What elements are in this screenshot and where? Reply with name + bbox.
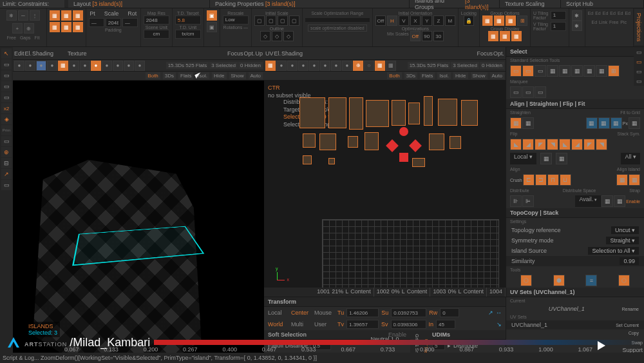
tool-4[interactable]: ▭ (1, 81, 12, 92)
uvs-1[interactable]: ▦ (265, 61, 276, 71)
shade-3[interactable]: ● (36, 61, 46, 71)
sk-2[interactable]: ▭ (634, 57, 644, 66)
tr-multi[interactable]: Multi (291, 321, 312, 328)
mix-90[interactable]: 90 (422, 31, 432, 41)
tr-user[interactable]: User (314, 321, 335, 328)
pack-icon-2[interactable]: ▦ (61, 10, 71, 21)
tab-islands-groups[interactable]: Islands and Groups [3 island(s)] (410, 0, 500, 8)
tool-b[interactable]: ⬢ (553, 275, 565, 286)
loc-1[interactable]: ▦ (540, 153, 552, 164)
plus-icon[interactable]: + (12, 23, 23, 34)
fg-3[interactable]: ▦ (611, 117, 622, 129)
td-scale-icon[interactable]: ▣ (207, 10, 217, 21)
link-btn[interactable]: Link (599, 20, 607, 25)
ts-icon2[interactable]: ✱ (572, 21, 582, 31)
db-2[interactable]: ⊫ (522, 195, 534, 207)
io-y[interactable]: Y (422, 15, 432, 26)
tr-arrow3[interactable]: ↘ (497, 321, 502, 328)
cr-1[interactable]: ⊏ (523, 174, 535, 186)
tr-mouse[interactable]: Mouse (314, 309, 335, 316)
is-icon4[interactable]: ▢ (289, 15, 299, 26)
tool-c[interactable]: ≡ (585, 275, 597, 286)
vt-3ds[interactable]: 3Ds (163, 72, 176, 79)
scale-input[interactable] (106, 18, 121, 27)
tr-center[interactable]: Center (291, 309, 312, 316)
fg-4[interactable]: ▦ (629, 117, 640, 129)
cr-3[interactable]: ⊓ (547, 174, 559, 186)
shade-2[interactable]: ● (25, 61, 35, 71)
viewport-3d[interactable]: ISLANDS Selected: 3 (13, 81, 264, 363)
uv-3ds[interactable]: 3Ds (404, 72, 417, 79)
db-1[interactable]: ⊪ (510, 195, 522, 207)
pluscircle-icon[interactable]: ⊕ (24, 23, 34, 34)
ol-icon2[interactable]: ◇ (272, 31, 282, 41)
pic-btn[interactable]: Pic (620, 20, 627, 25)
sel-2[interactable]: ▭ (522, 65, 534, 77)
gd1[interactable]: ▦ (488, 31, 498, 41)
st-2[interactable]: ▦ (522, 117, 534, 129)
uv-isol[interactable]: Isol. (437, 72, 451, 79)
tool-5[interactable]: ▭ (1, 92, 12, 103)
mq-3[interactable]: ▭ (535, 86, 546, 98)
cm-dropdown[interactable]: cm (144, 30, 169, 39)
ed7[interactable]: Ed (592, 20, 598, 25)
avail-dd[interactable]: Avail. ▾ (575, 195, 601, 207)
ol-icon1[interactable]: ◇ (260, 31, 270, 41)
loc-2[interactable]: ▦ (556, 153, 567, 164)
shade-1[interactable]: ● (14, 61, 24, 71)
shade-4[interactable]: ● (47, 61, 57, 71)
uvs-9[interactable]: ⊕ (353, 61, 363, 71)
pack-icon-1[interactable]: ▦ (50, 10, 60, 21)
tab-script-hub[interactable]: Script Hub (561, 0, 644, 8)
pt-input[interactable] (89, 18, 104, 27)
local-dd[interactable]: Local ▾ (510, 153, 536, 164)
tool-2[interactable]: ▭ (1, 59, 12, 70)
tool-10[interactable]: ▭ (1, 180, 12, 190)
fl-1[interactable]: ◣ (510, 139, 522, 150)
fl-4[interactable]: ◥ (547, 139, 558, 150)
vt-auto[interactable]: Auto (249, 72, 263, 79)
gizmo-scale-r[interactable] (409, 139, 422, 152)
io-m[interactable]: M (445, 15, 455, 26)
go2[interactable]: ▦ (494, 15, 504, 26)
dots-icon[interactable]: ⋮ (30, 10, 40, 21)
uv-grid[interactable] (322, 219, 499, 290)
fl-2[interactable]: ◢ (522, 139, 534, 150)
cr-4[interactable]: ⊔ (560, 174, 571, 186)
ed6[interactable]: Ed (625, 11, 630, 15)
gizmo-center[interactable] (399, 153, 408, 162)
io-h[interactable]: H (387, 15, 397, 26)
mix-off[interactable]: Off (410, 31, 421, 41)
tex-5[interactable]: ● (102, 61, 112, 71)
uvs-8[interactable]: ● (342, 61, 352, 71)
is-icon3[interactable]: ▢ (278, 15, 288, 26)
viewport-uv[interactable]: CTR no subset visible__ Distribute to ti… (264, 81, 506, 297)
st-1[interactable]: ▦ (510, 117, 522, 129)
free-btn[interactable]: Free (609, 20, 618, 25)
io-x[interactable]: X (410, 15, 421, 26)
timeline[interactable]: 0.0670.1330.200 0.2670.4000.467 0.5330.6… (64, 346, 592, 353)
gizmo-dot[interactable] (399, 127, 408, 136)
tool-d[interactable]: ⬡ (618, 275, 630, 286)
rw-input[interactable] (440, 308, 459, 317)
ol-icon3[interactable]: ◇ (283, 31, 294, 41)
uv-both[interactable]: Both (387, 72, 401, 79)
islandsrc-dd[interactable]: Selection to All ▾ (588, 247, 639, 255)
fl-3[interactable]: ◤ (535, 139, 546, 150)
tool-8[interactable]: ⊟ (1, 158, 12, 168)
pack-icon-6[interactable]: ▦ (73, 22, 83, 32)
rot-input[interactable] (122, 18, 138, 27)
io-off[interactable]: Off (375, 15, 386, 26)
proj-tab[interactable]: Projections (634, 9, 643, 45)
is-icon1[interactable]: ▢ (254, 15, 265, 26)
uv-auto[interactable]: Auto (490, 72, 504, 79)
tab-layout[interactable]: Layout [3 island(s)] (68, 0, 210, 8)
sel-4[interactable]: ▦ (547, 65, 558, 77)
tr-world[interactable]: World (268, 321, 289, 328)
sk-4[interactable]: ▭ (634, 76, 644, 86)
tex-3[interactable]: ● (80, 61, 90, 71)
sv-input[interactable] (391, 320, 426, 329)
tex-6[interactable]: ● (113, 61, 123, 71)
ed4[interactable]: Ed (610, 11, 616, 15)
play-button[interactable] (598, 341, 605, 350)
